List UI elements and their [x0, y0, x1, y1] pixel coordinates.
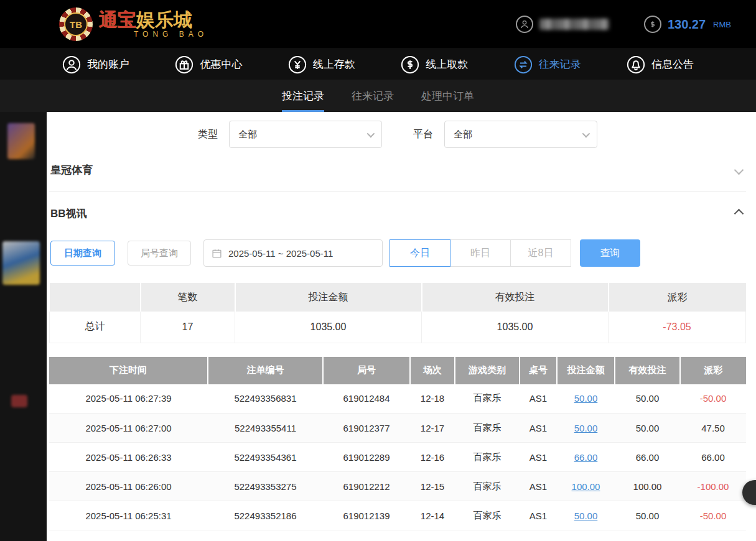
date-range-input[interactable]: 2025-05-11 ~ 2025-05-11 — [203, 239, 383, 267]
cell-bet-time: 2025-05-11 06:27:39 — [49, 384, 208, 414]
summary-count: 17 — [141, 312, 235, 343]
cell-session: 12-16 — [410, 443, 455, 472]
cell-payout: 66.00 — [680, 443, 746, 472]
cell-bet-time: 2025-05-11 06:27:00 — [49, 414, 208, 443]
chevron-down-icon[interactable] — [734, 165, 744, 175]
cell-table-no: AS1 — [520, 501, 557, 530]
section-crown-sports[interactable]: 皇冠体育 — [49, 148, 746, 192]
balance-amount: 130.27 — [668, 17, 706, 32]
bet-amount-link[interactable]: 50.00 — [557, 414, 615, 443]
table-row: 2025-05-11 06:26:00 522493353275 6190122… — [49, 472, 746, 501]
cell-valid-bet: 50.00 — [615, 414, 680, 443]
cell-payout: -50.00 — [680, 384, 746, 414]
nav-item-announcements[interactable]: 信息公告 — [627, 55, 694, 74]
table-row: 2025-05-11 06:27:39 522493356831 6190124… — [49, 384, 746, 414]
chevron-down-icon — [367, 129, 375, 137]
sub-nav: 投注记录 往来记录 处理中订单 — [0, 80, 756, 112]
cell-payout: 47.50 — [680, 414, 746, 443]
top-header: TB 通宝娱乐城 TONG BAO — [0, 0, 756, 49]
summary-payout: -73.05 — [609, 312, 746, 343]
summary-header-bet-amount: 投注金额 — [235, 283, 422, 312]
cell-session: 12-17 — [410, 414, 455, 443]
cell-round-no: 619012484 — [323, 384, 410, 414]
user-account[interactable] — [516, 16, 609, 33]
bet-amount-link[interactable]: 50.00 — [557, 384, 615, 414]
table-row: 2025-05-11 06:27:00 522493355411 6190123… — [49, 414, 746, 443]
platform-select[interactable]: 全部 — [444, 121, 597, 148]
cell-table-no: AS1 — [520, 384, 557, 414]
platform-select-value: 全部 — [454, 129, 472, 141]
cell-bet-id: 522493356831 — [208, 384, 323, 414]
cell-bet-id: 522493353275 — [208, 472, 323, 501]
chevron-up-icon[interactable] — [734, 209, 744, 219]
content: 类型 全部 平台 全部 皇冠体育 — [47, 112, 756, 541]
nav-item-promotions[interactable]: 优惠中心 — [175, 55, 242, 74]
yesterday-button[interactable]: 昨日 — [450, 239, 511, 267]
last8days-button[interactable]: 近8日 — [510, 239, 571, 267]
cell-game-type: 百家乐 — [455, 472, 520, 501]
tab-processing-orders[interactable]: 处理中订单 — [421, 80, 474, 112]
balance[interactable]: 130.27 RMB — [644, 16, 731, 33]
cell-table-no: AS1 — [520, 472, 557, 501]
bet-amount-link[interactable]: 66.00 — [557, 443, 615, 472]
balance-currency: RMB — [713, 20, 731, 29]
bet-amount-link[interactable]: 100.00 — [557, 472, 615, 501]
date-range-value: 2025-05-11 ~ 2025-05-11 — [228, 248, 333, 259]
cell-valid-bet: 66.00 — [615, 443, 680, 472]
chip-label: TB — [64, 12, 88, 36]
background-page-strip — [0, 112, 47, 541]
tab-bet-records[interactable]: 投注记录 — [282, 80, 324, 112]
summary-header-payout: 派彩 — [609, 283, 746, 312]
today-button[interactable]: 今日 — [390, 239, 450, 267]
search-button[interactable]: 查询 — [580, 239, 640, 267]
cell-bet-id: 522493354361 — [208, 443, 323, 472]
nav-item-deposit[interactable]: 线上存款 — [288, 55, 355, 74]
filter-row: 类型 全部 平台 全部 — [49, 121, 746, 148]
summary-valid-bet: 1035.00 — [422, 312, 609, 343]
cell-valid-bet: 50.00 — [615, 384, 680, 414]
summary-header-valid-bet: 有效投注 — [422, 283, 609, 312]
bet-records-table: 下注时间 注单编号 局号 场次 游戏类别 桌号 投注金额 有效投注 派彩 202… — [49, 357, 746, 531]
col-header-table-no: 桌号 — [520, 357, 557, 384]
nav-item-my-account[interactable]: 我的账户 — [62, 55, 129, 74]
nav-label: 我的账户 — [87, 57, 129, 72]
cell-game-type: 百家乐 — [455, 443, 520, 472]
cell-round-no: 619012289 — [323, 443, 410, 472]
nav-label: 往来记录 — [539, 57, 581, 72]
chevron-down-icon — [582, 129, 590, 137]
round-query-button[interactable]: 局号查询 — [128, 241, 191, 266]
table-row: 2025-05-11 06:26:33 522493354361 6190122… — [49, 443, 746, 472]
bet-table-body: 2025-05-11 06:27:39 522493356831 6190124… — [49, 384, 746, 530]
nav-label: 优惠中心 — [200, 57, 242, 72]
cell-valid-bet: 100.00 — [615, 472, 680, 501]
date-query-button[interactable]: 日期查询 — [50, 241, 115, 266]
cell-round-no: 619012377 — [323, 414, 410, 443]
cell-table-no: AS1 — [520, 414, 557, 443]
nav-item-withdraw[interactable]: 线上取款 — [401, 55, 468, 74]
deposit-icon — [288, 55, 307, 74]
col-header-bet-amount: 投注金额 — [557, 357, 615, 384]
col-header-session: 场次 — [410, 357, 455, 384]
summary-table: 笔数 投注金额 有效投注 派彩 总计 17 1035.00 1035.00 -7… — [49, 283, 746, 343]
col-header-bet-time: 下注时间 — [49, 357, 208, 384]
quick-date-group: 今日 昨日 近8日 — [390, 239, 571, 267]
user-icon — [62, 55, 81, 74]
section-bb-video[interactable]: BB视讯 — [49, 192, 746, 234]
summary-row: 总计 17 1035.00 1035.00 -73.05 — [50, 312, 746, 343]
col-header-payout: 派彩 — [680, 357, 746, 384]
nav-item-records[interactable]: 往来记录 — [514, 55, 581, 74]
cell-bet-id: 522493355411 — [208, 414, 323, 443]
cell-round-no: 619012139 — [323, 501, 410, 530]
type-select[interactable]: 全部 — [229, 121, 382, 148]
cell-session: 12-18 — [410, 384, 455, 414]
dollar-icon — [644, 16, 661, 33]
section-title: BB视讯 — [50, 206, 87, 221]
query-controls: 日期查询 局号查询 2025-05-11 ~ 2025-05-11 今日 昨日 … — [50, 239, 746, 267]
bet-amount-link[interactable]: 50.00 — [557, 501, 615, 530]
cell-table-no: AS1 — [520, 443, 557, 472]
cell-game-type: 百家乐 — [455, 384, 520, 414]
calendar-icon — [212, 248, 222, 259]
site-logo[interactable]: TB 通宝娱乐城 TONG BAO — [59, 7, 208, 41]
cell-bet-time: 2025-05-11 06:26:00 — [49, 472, 208, 501]
tab-transaction-records[interactable]: 往来记录 — [352, 80, 394, 112]
